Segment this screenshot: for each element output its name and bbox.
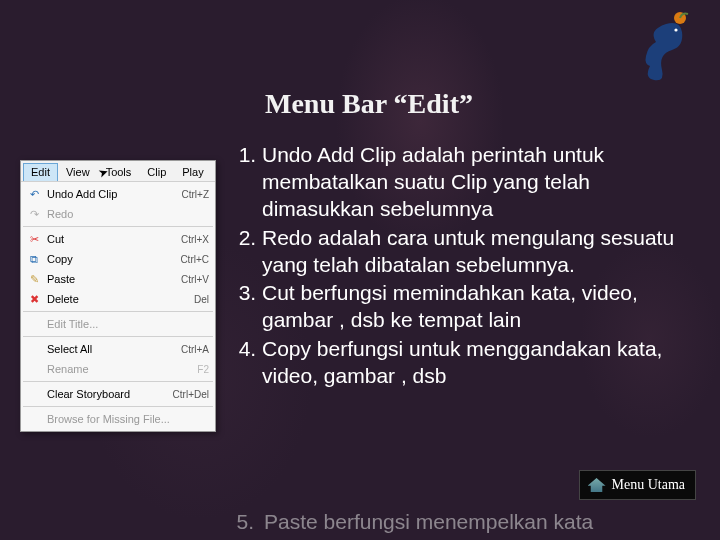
blank-icon: [25, 317, 43, 331]
menubar-item-play[interactable]: Play: [174, 163, 211, 181]
undo-icon: ↶: [25, 187, 43, 201]
menu-item-label: Clear Storyboard: [43, 388, 167, 400]
menu-item-shortcut: Ctrl+A: [175, 344, 209, 355]
edit-menu-screenshot: EditViewToolsClipPlay ↶Undo Add ClipCtrl…: [20, 160, 216, 432]
home-icon: [588, 478, 606, 492]
menu-item-paste[interactable]: ✎PasteCtrl+V: [21, 269, 215, 289]
menu-item-browse-for-missing-file: Browse for Missing File...: [21, 409, 215, 429]
menu-item-label: Rename: [43, 363, 191, 375]
cutoff-item: 5.Paste berfungsi menempelkan kata: [222, 510, 593, 534]
menu-item-label: Edit Title...: [43, 318, 203, 330]
menu-item-shortcut: Ctrl+V: [175, 274, 209, 285]
copy-icon: ⧉: [25, 252, 43, 266]
menu-item-redo: ↷Redo: [21, 204, 215, 224]
menubar-item-clip[interactable]: Clip: [139, 163, 174, 181]
menu-item-label: Redo: [43, 208, 203, 220]
redo-icon: ↷: [25, 207, 43, 221]
list-item: Redo adalah cara untuk mengulang sesuatu…: [262, 225, 702, 279]
menu-item-label: Delete: [43, 293, 188, 305]
menubar-item-edit[interactable]: Edit: [23, 163, 58, 181]
menu-item-undo-add-clip[interactable]: ↶Undo Add ClipCtrl+Z: [21, 184, 215, 204]
menu-item-label: Browse for Missing File...: [43, 413, 203, 425]
menu-item-shortcut: F2: [191, 364, 209, 375]
list-item: Cut berfungsi memindahkan kata, video, g…: [262, 280, 702, 334]
explanation-list: Undo Add Clip adalah perintah untuk memb…: [222, 142, 702, 392]
menubar: EditViewToolsClipPlay: [21, 161, 215, 182]
menu-item-clear-storyboard[interactable]: Clear StoryboardCtrl+Del: [21, 384, 215, 404]
menu-item-rename: RenameF2: [21, 359, 215, 379]
menu-item-shortcut: Del: [188, 294, 209, 305]
delete-icon: ✖: [25, 292, 43, 306]
blank-icon: [25, 342, 43, 356]
menu-separator: [23, 311, 213, 312]
menu-item-label: Paste: [43, 273, 175, 285]
paste-icon: ✎: [25, 272, 43, 286]
blank-icon: [25, 387, 43, 401]
menu-item-copy[interactable]: ⧉CopyCtrl+C: [21, 249, 215, 269]
menu-item-delete[interactable]: ✖DeleteDel: [21, 289, 215, 309]
blank-icon: [25, 412, 43, 426]
home-button-label: Menu Utama: [612, 477, 685, 493]
page-title: Menu Bar “Edit”: [265, 88, 473, 120]
menu-item-shortcut: Ctrl+C: [174, 254, 209, 265]
menu-item-select-all[interactable]: Select AllCtrl+A: [21, 339, 215, 359]
list-item: Undo Add Clip adalah perintah untuk memb…: [262, 142, 702, 223]
seahorse-icon: [636, 10, 696, 82]
menu-item-shortcut: Ctrl+Del: [167, 389, 209, 400]
menu-item-label: Copy: [43, 253, 174, 265]
list-item: Copy berfungsi untuk menggandakan kata, …: [262, 336, 702, 390]
menu-item-label: Select All: [43, 343, 175, 355]
menu-item-shortcut: Ctrl+X: [175, 234, 209, 245]
menubar-item-view[interactable]: View: [58, 163, 98, 181]
menu-item-label: Undo Add Clip: [43, 188, 176, 200]
menu-item-cut[interactable]: ✂CutCtrl+X: [21, 229, 215, 249]
svg-point-1: [674, 28, 677, 31]
menu-item-edit-title: Edit Title...: [21, 314, 215, 334]
home-button[interactable]: Menu Utama: [579, 470, 696, 500]
edit-dropdown: ↶Undo Add ClipCtrl+Z↷Redo✂CutCtrl+X⧉Copy…: [21, 182, 215, 431]
menu-item-shortcut: Ctrl+Z: [176, 189, 210, 200]
menu-separator: [23, 226, 213, 227]
cut-icon: ✂: [25, 232, 43, 246]
menu-item-label: Cut: [43, 233, 175, 245]
menu-separator: [23, 381, 213, 382]
menu-separator: [23, 406, 213, 407]
menu-separator: [23, 336, 213, 337]
blank-icon: [25, 362, 43, 376]
